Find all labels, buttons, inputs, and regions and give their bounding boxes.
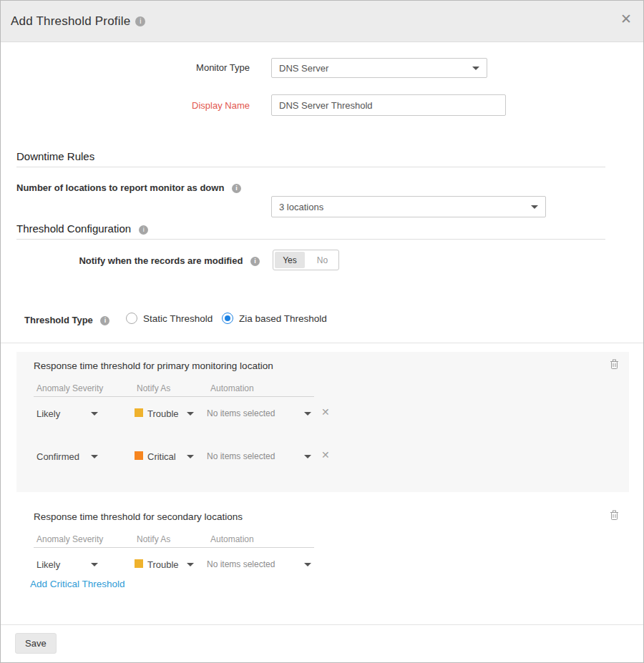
chevron-down-icon[interactable]	[187, 412, 194, 416]
radio-unchecked-icon[interactable]	[126, 313, 137, 324]
radio-checked-icon[interactable]	[222, 313, 233, 324]
threshold-config-title: Threshold Configuration i	[16, 222, 148, 235]
divider	[34, 396, 314, 397]
chevron-down-icon[interactable]	[304, 563, 311, 566]
col-notify-as: Notify As	[137, 383, 170, 393]
table-row: Likely Trouble No items selected ✕	[16, 401, 629, 426]
display-name-label: Display Name	[1, 100, 250, 111]
locations-value: 3 locations	[279, 202, 323, 212]
automation-select[interactable]: No items selected	[207, 451, 275, 461]
notify-yes-button[interactable]: Yes	[275, 252, 305, 268]
notify-as-select[interactable]: Trouble	[147, 559, 179, 570]
static-threshold-label: Static Threshold	[143, 313, 213, 324]
locations-label: Number of locations to report monitor as…	[16, 182, 241, 193]
chevron-down-icon[interactable]	[91, 412, 98, 416]
notify-toggle: Yes No	[273, 250, 339, 270]
chevron-down-icon[interactable]	[187, 563, 194, 566]
chevron-down-icon[interactable]	[304, 412, 311, 416]
threshold-panels-section: Response time threshold for primary moni…	[1, 343, 644, 625]
threshold-config-title-text: Threshold Configuration	[16, 222, 131, 235]
monitor-type-label: Monitor Type	[1, 62, 250, 73]
severity-color-swatch	[135, 559, 143, 568]
chevron-down-icon	[472, 67, 479, 70]
table-row: Likely Trouble No items selected	[16, 551, 629, 577]
notify-as-select[interactable]: Trouble	[147, 408, 179, 419]
col-anomaly-severity: Anomaly Severity	[36, 534, 103, 544]
severity-select[interactable]: Confirmed	[36, 451, 79, 462]
page-title: Add Threshold Profile	[11, 14, 130, 29]
table-row: Confirmed Critical No items selected ✕	[16, 443, 629, 469]
col-automation: Automation	[210, 383, 254, 393]
divider	[34, 547, 314, 548]
monitor-type-value: DNS Server	[279, 63, 328, 74]
info-icon[interactable]: i	[232, 184, 241, 193]
trash-icon[interactable]	[610, 510, 619, 524]
severity-select[interactable]: Likely	[36, 408, 60, 419]
divider	[16, 239, 605, 240]
downtime-rules-title: Downtime Rules	[16, 150, 94, 162]
primary-threshold-panel: Response time threshold for primary moni…	[16, 352, 629, 492]
chevron-down-icon[interactable]	[304, 455, 311, 458]
add-threshold-profile-dialog: Add Threshold Profile i ✕ Monitor Type D…	[0, 0, 644, 663]
notify-no-button[interactable]: No	[306, 250, 338, 270]
close-icon[interactable]: ✕	[620, 12, 632, 26]
remove-row-icon[interactable]: ✕	[321, 406, 330, 418]
remove-row-icon[interactable]: ✕	[321, 449, 330, 461]
notify-as-select[interactable]: Critical	[147, 451, 176, 462]
col-automation: Automation	[210, 534, 254, 544]
threshold-type-label-text: Threshold Type	[24, 315, 93, 325]
info-icon[interactable]: i	[139, 225, 148, 235]
divider	[16, 167, 605, 167]
secondary-threshold-panel: Response time threshold for secondary lo…	[16, 503, 629, 617]
col-anomaly-severity: Anomaly Severity	[36, 383, 103, 393]
secondary-panel-title: Response time threshold for secondary lo…	[34, 511, 243, 522]
severity-color-swatch	[135, 408, 143, 417]
severity-select[interactable]: Likely	[36, 559, 60, 570]
info-icon[interactable]: i	[250, 257, 260, 266]
chevron-down-icon	[531, 205, 538, 209]
notify-label-text: Notify when the records are modified	[79, 255, 243, 266]
save-button[interactable]: Save	[15, 633, 57, 654]
info-icon[interactable]: i	[135, 16, 145, 26]
zia-threshold-label: Zia based Threshold	[239, 313, 327, 324]
automation-select[interactable]: No items selected	[207, 408, 275, 418]
trash-icon[interactable]	[610, 359, 619, 373]
zia-threshold-option[interactable]: Zia based Threshold	[222, 313, 327, 324]
primary-panel-title: Response time threshold for primary moni…	[34, 360, 273, 371]
info-icon[interactable]: i	[100, 316, 109, 325]
col-notify-as: Notify As	[137, 534, 170, 544]
automation-select[interactable]: No items selected	[207, 559, 275, 569]
chevron-down-icon[interactable]	[91, 563, 98, 566]
static-threshold-option[interactable]: Static Threshold	[126, 313, 213, 324]
add-critical-threshold-link[interactable]: Add Critical Threshold	[30, 579, 125, 589]
locations-label-text: Number of locations to report monitor as…	[16, 182, 224, 193]
dialog-header: Add Threshold Profile i ✕	[1, 1, 643, 42]
severity-color-swatch	[135, 451, 143, 460]
chevron-down-icon[interactable]	[187, 455, 194, 458]
display-name-input[interactable]	[271, 94, 506, 116]
threshold-type-label: Threshold Type i	[24, 315, 109, 325]
notify-label: Notify when the records are modified i	[11, 255, 260, 266]
locations-select[interactable]: 3 locations	[271, 196, 546, 217]
chevron-down-icon[interactable]	[91, 455, 98, 458]
monitor-type-select[interactable]: DNS Server	[271, 58, 487, 78]
